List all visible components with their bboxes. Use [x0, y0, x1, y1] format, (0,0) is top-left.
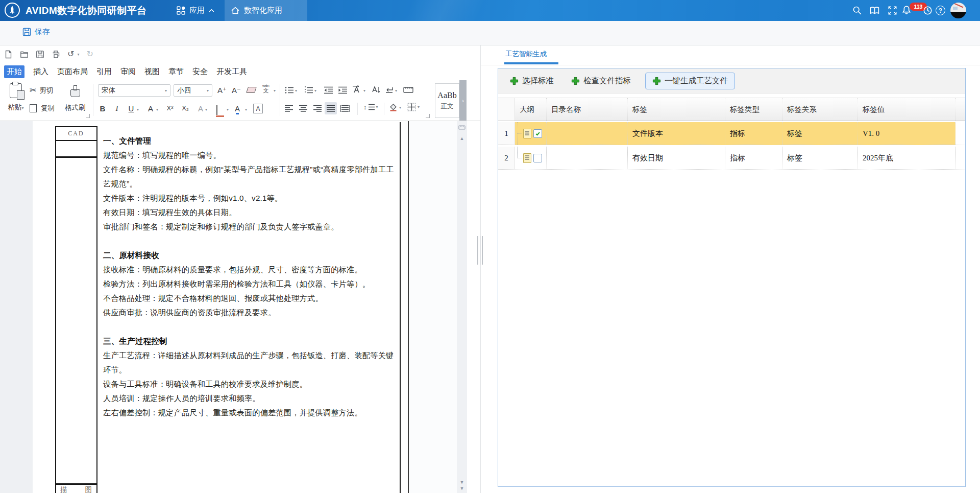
- font-name-select[interactable]: 宋体▾: [98, 84, 170, 97]
- line-break-icon[interactable]: [385, 86, 394, 93]
- print-icon[interactable]: [52, 50, 60, 59]
- bullet-list-icon[interactable]: [285, 86, 294, 94]
- menu-tab-security[interactable]: 安全: [192, 67, 208, 77]
- numbered-list-caret-icon[interactable]: ▾: [314, 88, 316, 93]
- nav-workspace[interactable]: 数智化应用: [225, 0, 307, 21]
- clear-format-eraser-icon[interactable]: [246, 87, 257, 93]
- paste-button[interactable]: 粘贴▾: [5, 83, 27, 112]
- manual-book-icon[interactable]: [870, 6, 879, 15]
- copy-button[interactable]: 复制: [30, 104, 55, 113]
- table-row[interactable]: 1 文件版本 指标 标签 V1. 0: [498, 122, 965, 145]
- align-right-button[interactable]: [311, 102, 324, 114]
- editor-vertical-scrollbar[interactable]: ▲ ▼ ▼: [457, 121, 467, 493]
- menu-tab-dev-tools[interactable]: 开发工具: [216, 67, 247, 77]
- shading-button[interactable]: ▾: [389, 103, 401, 111]
- scroll-next-page-icon[interactable]: ▼: [457, 486, 467, 491]
- menu-tab-section[interactable]: 章节: [168, 67, 184, 77]
- underline-caret-icon[interactable]: ▾: [137, 107, 139, 112]
- text-effects-button[interactable]: A: [195, 104, 206, 113]
- generate-process-file-button[interactable]: 一键生成工艺文件: [645, 73, 735, 89]
- menu-tab-home[interactable]: 开始: [4, 65, 24, 78]
- history-clock-icon[interactable]: [923, 6, 933, 15]
- character-scale-caret-icon[interactable]: ▾: [363, 88, 365, 93]
- font-color-caret-icon[interactable]: ▾: [245, 107, 247, 112]
- menu-tab-references[interactable]: 引用: [96, 67, 112, 77]
- menu-tab-review[interactable]: 审阅: [120, 67, 136, 77]
- increase-indent-icon[interactable]: [338, 86, 348, 94]
- character-scale-icon[interactable]: [352, 85, 362, 94]
- header-label-relation[interactable]: 标签关系: [782, 98, 858, 121]
- group-expand-mark[interactable]: [426, 114, 430, 118]
- label-value-cell[interactable]: V1. 0: [858, 122, 955, 145]
- font-size-select[interactable]: 小四▾: [174, 84, 212, 97]
- menu-tab-view[interactable]: 视图: [144, 67, 160, 77]
- label-relation-cell[interactable]: 标签: [782, 122, 858, 145]
- numbered-list-icon[interactable]: [304, 86, 313, 94]
- style-gallery-normal[interactable]: AaBb 正文: [435, 83, 459, 118]
- style-gallery-expander[interactable]: ›: [459, 80, 467, 121]
- header-outline[interactable]: 大纲: [515, 98, 547, 121]
- shrink-font-button[interactable]: A⁻: [231, 86, 242, 95]
- header-label-type[interactable]: 标签类型: [725, 98, 782, 121]
- directory-name-cell[interactable]: [547, 122, 628, 145]
- header-label-value[interactable]: 标签值: [858, 98, 955, 121]
- italic-button[interactable]: I: [111, 104, 122, 113]
- strikethrough-button[interactable]: A: [145, 104, 156, 113]
- new-document-icon[interactable]: [4, 50, 13, 59]
- undo-caret-icon[interactable]: ▾: [77, 52, 79, 57]
- row-checkbox-checked[interactable]: [533, 129, 542, 138]
- character-width-icon[interactable]: [403, 86, 413, 93]
- subscript-button[interactable]: X₂: [180, 104, 191, 112]
- label-type-cell[interactable]: 指标: [725, 122, 782, 145]
- phonetic-guide-button[interactable]: wén 文: [262, 84, 270, 93]
- phonetic-caret-icon[interactable]: ▾: [274, 88, 276, 93]
- align-center-button[interactable]: [297, 102, 309, 114]
- underline-button[interactable]: U: [126, 104, 137, 113]
- tab-process-intelligent-generation[interactable]: 工艺智能生成: [505, 50, 547, 59]
- format-painter-button[interactable]: 格式刷: [62, 84, 88, 112]
- decrease-indent-icon[interactable]: [324, 86, 333, 94]
- cut-button[interactable]: ✂ 剪切: [30, 85, 53, 95]
- line-break-caret-icon[interactable]: ▾: [395, 88, 397, 93]
- label-relation-cell[interactable]: 标签: [782, 147, 858, 169]
- scroll-down-icon[interactable]: ▼: [457, 480, 467, 485]
- distribute-text-button[interactable]: [339, 102, 351, 114]
- line-spacing-button[interactable]: ↕ ▾: [363, 103, 378, 111]
- ruler-toggle-icon[interactable]: [458, 125, 465, 130]
- document-text[interactable]: 一、文件管理 规范编号：填写规程的唯一编号。 文件名称：明确规程的标题，例如“某…: [103, 134, 398, 420]
- save-button[interactable]: 保存: [22, 27, 50, 37]
- highlight-caret-icon[interactable]: ▾: [227, 107, 229, 112]
- bullet-list-caret-icon[interactable]: ▾: [295, 88, 297, 93]
- menu-tab-page-layout[interactable]: 页面布局: [57, 67, 88, 77]
- check-file-indicators-button[interactable]: 检查文件指标: [568, 73, 634, 89]
- text-effects-caret-icon[interactable]: ▾: [205, 107, 207, 112]
- pane-divider[interactable]: [480, 45, 481, 493]
- pane-divider-handle[interactable]: [477, 236, 483, 265]
- font-color-button[interactable]: A: [235, 104, 240, 113]
- search-icon[interactable]: [852, 6, 862, 15]
- label-cell[interactable]: 有效日期: [628, 147, 725, 169]
- label-value-cell[interactable]: 2025年底: [858, 147, 955, 169]
- group-expand-mark[interactable]: [86, 114, 90, 118]
- document-canvas[interactable]: CAD 描 图 一、文件管理 规范编号：填写规程的唯一编号。 文件名称：明确规程…: [0, 121, 480, 493]
- select-standard-button[interactable]: 选择标准: [507, 73, 557, 89]
- highlight-color-icon[interactable]: [216, 105, 217, 115]
- scroll-up-icon[interactable]: ▲: [457, 136, 467, 141]
- align-justify-button[interactable]: [325, 102, 337, 114]
- undo-icon[interactable]: ↺: [67, 50, 74, 58]
- borders-button[interactable]: ▾: [407, 103, 420, 111]
- redo-icon[interactable]: ↻: [86, 50, 93, 58]
- table-row[interactable]: 2 有效日期 指标 标签 2025年底: [498, 147, 965, 170]
- header-directory-name[interactable]: 目录名称: [547, 98, 628, 121]
- directory-name-cell[interactable]: [547, 147, 628, 169]
- label-cell[interactable]: 文件版本: [628, 122, 725, 145]
- nav-apps[interactable]: 应用: [177, 0, 214, 21]
- grow-font-button[interactable]: A⁺: [216, 86, 228, 95]
- menu-tab-insert[interactable]: 插入: [33, 67, 48, 77]
- row-checkbox-unchecked[interactable]: [533, 154, 542, 162]
- header-label[interactable]: 标签: [628, 98, 725, 121]
- label-type-cell[interactable]: 指标: [725, 147, 782, 169]
- avatar[interactable]: [950, 3, 966, 18]
- bold-button[interactable]: B: [97, 104, 108, 113]
- strikethrough-caret-icon[interactable]: ▾: [156, 107, 158, 112]
